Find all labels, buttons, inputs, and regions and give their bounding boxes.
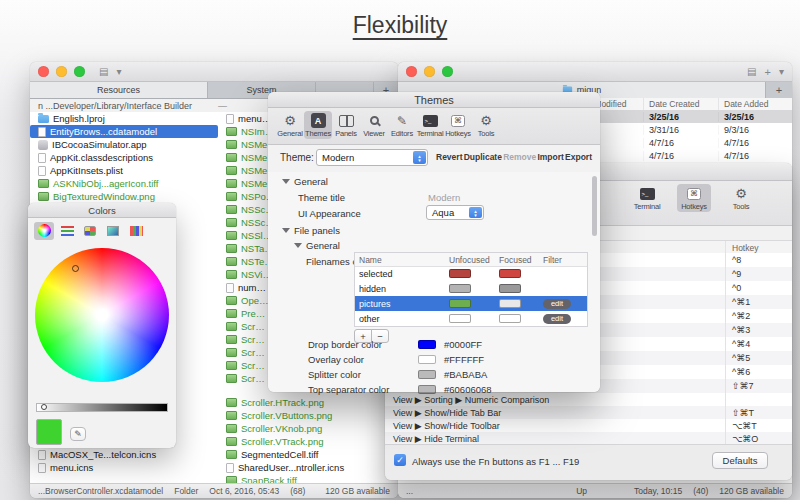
color-palettes-tab[interactable] — [80, 222, 100, 240]
new-tab-button[interactable]: + — [766, 82, 792, 98]
file-row[interactable]: English.lproj — [34, 112, 218, 125]
file-row[interactable]: Scroller.VTrack.png — [222, 435, 394, 448]
tab-resources[interactable]: Resources — [30, 82, 208, 98]
scrollbar-thumb[interactable] — [592, 176, 597, 236]
file-row[interactable]: NSMe… — [222, 177, 268, 190]
rule-row-other[interactable]: other edit — [355, 311, 587, 326]
top-separator-color-swatch[interactable] — [418, 385, 436, 394]
theme-select[interactable]: Modern ▴▾ — [316, 149, 428, 166]
action-row[interactable]: View ▶ Show/Hide Toolbar⌥⌘T — [385, 419, 792, 432]
fn-checkbox[interactable]: ✓ — [394, 454, 406, 466]
color-sliders-tab[interactable] — [57, 222, 77, 240]
ui-appearance-select[interactable]: Aqua ▴▾ — [426, 205, 484, 220]
toolbar-item-tools[interactable]: ⚙ Tools — [724, 184, 758, 212]
focused-color-swatch[interactable] — [499, 269, 521, 278]
color-wheel[interactable] — [35, 248, 169, 382]
right-window-titlebar[interactable]: ▤ + ▾ — [398, 62, 792, 82]
file-row[interactable]: SharedUser...ntroller.icns — [222, 461, 394, 474]
file-row[interactable]: ASKNibObj...agerIcon.tiff — [34, 177, 218, 190]
toolbar-item-viewer[interactable]: Viewer — [360, 111, 388, 139]
revert-button[interactable]: Revert — [436, 152, 462, 162]
chevron-down-icon[interactable]: ▾ — [779, 67, 784, 77]
disclosure-triangle-icon[interactable] — [294, 243, 302, 248]
color-wheel-tab[interactable] — [34, 222, 54, 240]
file-row[interactable]: num… — [222, 281, 268, 294]
color-crayons-tab[interactable] — [126, 222, 146, 240]
rule-row-selected[interactable]: selected — [355, 266, 587, 281]
themes-dialog-titlebar[interactable]: Themes — [268, 92, 600, 108]
list-view-icon[interactable]: ▤ — [99, 67, 108, 77]
unfocused-color-swatch[interactable] — [449, 299, 471, 308]
zoom-button[interactable] — [442, 66, 453, 77]
collapse-control[interactable]: — — [218, 101, 227, 111]
close-button[interactable] — [406, 66, 417, 77]
file-row[interactable]: NSPo… — [222, 190, 268, 203]
focused-color-swatch[interactable] — [499, 299, 521, 308]
file-row[interactable]: Scroller.VButtons.png — [222, 409, 394, 422]
file-row[interactable]: MacOSX_Te...telcon.icns — [34, 448, 218, 461]
file-row[interactable]: AppKitInsets.plist — [34, 164, 218, 177]
color-image-tab[interactable] — [103, 222, 123, 240]
toolbar-item-editors[interactable]: ✎ Editors — [388, 111, 416, 139]
toolbar-item-terminal[interactable]: >_ Terminal — [416, 111, 444, 139]
colors-panel-titlebar[interactable]: Colors — [28, 203, 176, 218]
current-color-swatch[interactable] — [36, 419, 62, 445]
toolbar-item-hotkeys[interactable]: ⌘ Hotkeys — [444, 111, 472, 139]
disclosure-triangle-icon[interactable] — [282, 179, 290, 184]
file-row[interactable]: Scr… — [222, 333, 268, 346]
file-row[interactable]: menu… — [222, 112, 268, 125]
file-row[interactable]: NSSc… — [222, 203, 268, 216]
file-row[interactable]: NSSc… — [222, 216, 268, 229]
toolbar-item-themes[interactable]: A Themes — [304, 111, 332, 139]
brightness-slider-knob[interactable] — [41, 404, 47, 410]
minimize-button[interactable] — [56, 66, 67, 77]
add-panel-icon[interactable]: + — [765, 67, 771, 77]
file-row[interactable]: NSMe… — [222, 164, 268, 177]
file-row[interactable]: AppKit.classdescriptions — [34, 151, 218, 164]
file-row[interactable]: NSIm… — [222, 125, 268, 138]
file-row[interactable]: SnapBack.tiff — [222, 474, 394, 483]
drop-border-color-swatch[interactable] — [418, 340, 436, 349]
file-row[interactable]: Scr… — [222, 359, 268, 372]
file-row[interactable]: Scr… — [222, 320, 268, 333]
toolbar-item-terminal[interactable]: >_ Terminal — [630, 184, 664, 212]
toolbar-item-tools[interactable]: ⚙ Tools — [472, 111, 500, 139]
file-row[interactable]: Ope… — [222, 294, 268, 307]
export-button[interactable]: Export — [565, 152, 592, 162]
file-row[interactable]: IBCocoaSimulator.app — [34, 138, 218, 151]
duplicate-button[interactable]: Duplicate — [464, 152, 502, 162]
toolbar-item-panels[interactable]: Panels — [332, 111, 360, 139]
file-row[interactable]: NSTe… — [222, 255, 268, 268]
file-row[interactable]: Scr… — [222, 346, 268, 359]
rule-row-hidden[interactable]: hidden — [355, 281, 587, 296]
toolbar-item-general[interactable]: ⚙ General — [276, 111, 304, 139]
file-row[interactable]: BigTexturedWindow.png — [34, 190, 218, 203]
unfocused-color-swatch[interactable] — [449, 269, 471, 278]
focused-color-swatch[interactable] — [499, 284, 521, 293]
unfocused-color-swatch[interactable] — [449, 314, 471, 323]
chevron-down-icon[interactable]: ▾ — [116, 67, 121, 77]
panel-view-icon[interactable]: ▤ — [747, 67, 756, 77]
file-row[interactable]: Scr… — [222, 372, 268, 385]
remove-button[interactable]: Remove — [503, 152, 536, 162]
disclosure-triangle-icon[interactable] — [282, 228, 290, 233]
splitter-color-swatch[interactable] — [418, 370, 436, 379]
defaults-button[interactable]: Defaults — [712, 452, 768, 469]
edit-button[interactable]: edit — [543, 299, 571, 309]
focused-color-swatch[interactable] — [499, 314, 521, 323]
file-row[interactable]: Scroller.VKnob.png — [222, 422, 394, 435]
file-row-selected[interactable]: EntityBrows...cdatamodel — [30, 125, 218, 138]
file-row[interactable]: menu.icns — [34, 461, 218, 474]
action-row[interactable]: View ▶ Show/Hide Tab Bar⇧⌘T — [385, 406, 792, 419]
brightness-slider[interactable] — [36, 403, 168, 412]
file-row[interactable]: Scroller.HTrack.png — [222, 396, 394, 409]
overlay-color-swatch[interactable] — [418, 355, 436, 364]
column-date-created[interactable]: Date Created — [643, 98, 718, 110]
rule-row-pictures[interactable]: pictures edit — [355, 296, 587, 311]
column-date-added[interactable]: Date Added — [718, 98, 792, 110]
close-button[interactable] — [38, 66, 49, 77]
file-row[interactable]: NSTa… — [222, 242, 268, 255]
eyedropper-button[interactable]: ✎ — [70, 427, 86, 441]
file-row[interactable]: NSSl… — [222, 229, 268, 242]
edit-button[interactable]: edit — [543, 314, 571, 324]
